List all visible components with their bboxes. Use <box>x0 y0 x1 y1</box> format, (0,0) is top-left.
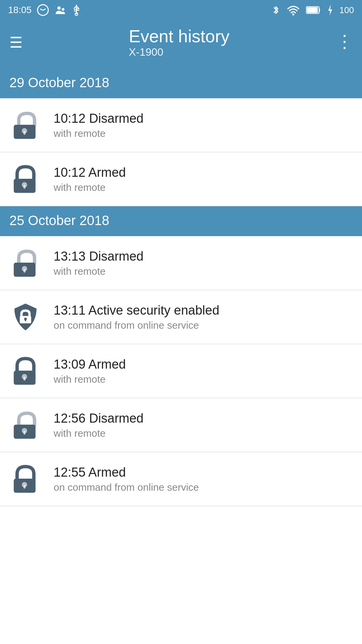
event-title: 13:13 Disarmed <box>54 249 143 264</box>
svg-rect-24 <box>23 377 25 381</box>
menu-button[interactable]: ☰ <box>9 35 22 50</box>
svg-rect-21 <box>25 319 26 321</box>
date-header-0: 29 October 2018 <box>0 68 362 98</box>
list-item: 13:13 Disarmedwith remote <box>0 236 362 290</box>
list-item: 12:55 Armedon command from online servic… <box>0 452 362 506</box>
event-text: 12:56 Disarmedwith remote <box>54 411 143 439</box>
svg-rect-12 <box>23 131 25 135</box>
event-text: 10:12 Armedwith remote <box>54 165 126 193</box>
event-detail: with remote <box>54 128 143 139</box>
person-icon <box>54 4 66 16</box>
list-item: 13:11 Active security enabledon command … <box>0 290 362 344</box>
lock-armed-icon <box>9 463 42 495</box>
list-item: 12:56 Disarmedwith remote <box>0 398 362 452</box>
event-text: 12:55 Armedon command from online servic… <box>54 465 199 493</box>
event-text: 13:11 Active security enabledon command … <box>54 303 219 331</box>
event-detail: on command from online service <box>54 482 199 493</box>
status-bar: 18:05 <box>0 0 362 20</box>
event-title: 10:12 Armed <box>54 165 126 180</box>
svg-point-2 <box>62 8 64 11</box>
list-item: 10:12 Armedwith remote <box>0 152 362 206</box>
lock-armed-icon <box>9 355 42 387</box>
device-subtitle: X-1900 <box>129 46 230 58</box>
event-title: 13:11 Active security enabled <box>54 303 219 318</box>
svg-rect-18 <box>23 269 25 273</box>
message-icon <box>37 4 49 16</box>
battery-level: 100 <box>340 5 354 15</box>
event-detail: on command from online service <box>54 320 219 331</box>
event-title: 13:09 Armed <box>54 357 126 372</box>
lock-disarmed-icon <box>9 109 42 141</box>
event-detail: with remote <box>54 182 126 193</box>
status-bar-right: 100 <box>271 4 354 16</box>
status-time: 18:05 <box>8 5 32 15</box>
list-item: 10:12 Disarmedwith remote <box>0 98 362 152</box>
event-text: 10:12 Disarmedwith remote <box>54 111 143 139</box>
list-item: 13:09 Armedwith remote <box>0 344 362 398</box>
lock-disarmed-icon <box>9 409 42 441</box>
status-bar-left: 18:05 <box>8 4 81 16</box>
page-title: Event history <box>129 27 230 46</box>
svg-rect-4 <box>74 9 76 11</box>
svg-rect-5 <box>77 9 79 10</box>
event-detail: with remote <box>54 428 143 439</box>
event-text: 13:13 Disarmedwith remote <box>54 249 143 277</box>
svg-point-7 <box>292 13 294 15</box>
event-detail: with remote <box>54 374 126 385</box>
wifi-icon <box>287 4 300 16</box>
event-title: 12:56 Disarmed <box>54 411 143 426</box>
svg-point-1 <box>57 6 61 10</box>
bluetooth-icon <box>271 4 281 16</box>
svg-rect-30 <box>23 485 25 489</box>
lock-armed-icon <box>9 163 42 195</box>
event-detail: with remote <box>54 266 143 277</box>
event-title: 12:55 Armed <box>54 465 199 480</box>
event-text: 13:09 Armedwith remote <box>54 357 126 385</box>
svg-rect-27 <box>23 431 25 435</box>
charging-icon <box>327 4 334 16</box>
app-bar-title: Event history X-1900 <box>129 27 230 58</box>
more-options-button[interactable]: ⋮ <box>336 37 353 48</box>
svg-rect-9 <box>307 7 318 13</box>
usb-icon <box>72 4 81 16</box>
svg-rect-15 <box>23 185 25 189</box>
event-title: 10:12 Disarmed <box>54 111 143 126</box>
lock-disarmed-icon <box>9 247 42 279</box>
app-bar: ☰ Event history X-1900 ⋮ <box>0 20 362 68</box>
battery-outline-icon <box>306 5 321 15</box>
date-header-1: 25 October 2018 <box>0 206 362 236</box>
event-list: 29 October 2018 10:12 Disarmedwith remot… <box>0 68 362 506</box>
lock-security-icon <box>9 301 42 333</box>
